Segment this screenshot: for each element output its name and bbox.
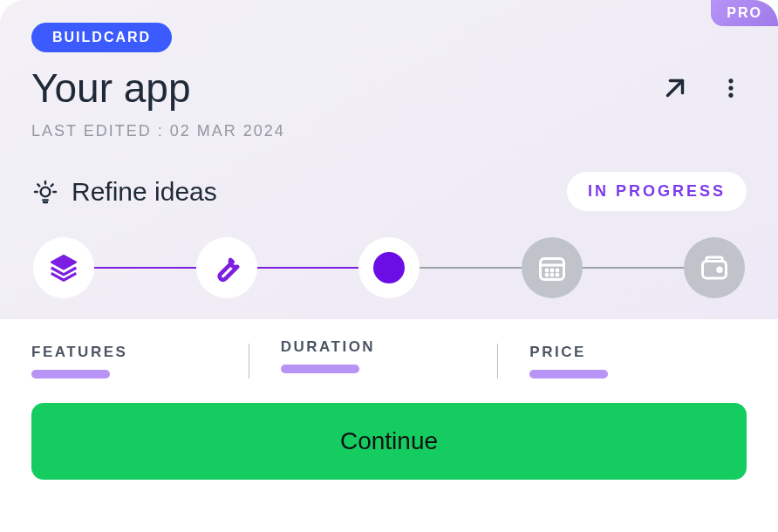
step-payment[interactable] bbox=[684, 237, 745, 298]
svg-point-16 bbox=[551, 269, 553, 271]
svg-point-2 bbox=[728, 85, 733, 90]
metric-label: FEATURES bbox=[31, 344, 249, 361]
svg-point-3 bbox=[728, 93, 733, 98]
svg-line-8 bbox=[38, 184, 39, 186]
svg-point-15 bbox=[546, 269, 548, 271]
svg-point-18 bbox=[546, 274, 548, 276]
metric-label: DURATION bbox=[281, 338, 498, 356]
refine-left: Refine ideas bbox=[31, 177, 217, 207]
wrench-icon bbox=[210, 251, 243, 284]
loading-bar-icon bbox=[281, 365, 359, 373]
card-lower: FEATURES DURATION PRICE Continue bbox=[0, 319, 778, 504]
svg-point-4 bbox=[41, 187, 51, 196]
svg-line-0 bbox=[668, 81, 683, 96]
svg-point-1 bbox=[728, 78, 733, 83]
svg-line-9 bbox=[51, 184, 53, 186]
refine-text: Refine ideas bbox=[72, 177, 217, 207]
metric-label: PRICE bbox=[529, 344, 747, 361]
metrics-row: FEATURES DURATION PRICE bbox=[31, 344, 747, 379]
step-schedule[interactable] bbox=[522, 237, 583, 298]
last-edited: LAST EDITED : 02 MAR 2024 bbox=[31, 122, 747, 140]
stepper-connector bbox=[420, 267, 522, 269]
step-configure[interactable] bbox=[196, 237, 257, 298]
svg-point-22 bbox=[718, 268, 722, 272]
buildcard: PRO BUILDCARD Your app LAST EDITED : 02 … bbox=[0, 0, 778, 532]
step-features[interactable] bbox=[33, 237, 94, 298]
arrow-up-right-icon bbox=[660, 73, 690, 103]
metric-features: FEATURES bbox=[31, 344, 249, 379]
layers-icon bbox=[47, 251, 80, 284]
svg-marker-12 bbox=[51, 256, 77, 269]
stepper bbox=[31, 237, 747, 298]
app-title: Your app bbox=[31, 65, 190, 112]
loading-bar-icon bbox=[529, 370, 608, 379]
title-actions bbox=[659, 72, 747, 104]
metric-duration: DURATION bbox=[249, 344, 498, 379]
stepper-connector bbox=[583, 267, 685, 269]
svg-point-17 bbox=[556, 269, 558, 271]
status-badge: IN PROGRESS bbox=[567, 172, 747, 211]
wallet-icon bbox=[699, 252, 730, 283]
stepper-connector bbox=[94, 267, 196, 269]
more-vertical-icon bbox=[719, 76, 743, 100]
svg-point-20 bbox=[556, 274, 558, 276]
card-upper: PRO BUILDCARD Your app LAST EDITED : 02 … bbox=[0, 0, 778, 319]
calendar-icon bbox=[536, 252, 568, 283]
metric-price: PRICE bbox=[497, 344, 747, 379]
svg-point-19 bbox=[551, 274, 553, 276]
more-menu-button[interactable] bbox=[715, 72, 747, 104]
loading-bar-icon bbox=[31, 370, 110, 379]
stepper-connector bbox=[257, 267, 359, 269]
refine-row: Refine ideas IN PROGRESS bbox=[31, 172, 747, 211]
title-row: Your app bbox=[31, 65, 747, 112]
open-external-button[interactable] bbox=[659, 72, 691, 104]
lightbulb-icon bbox=[31, 178, 59, 206]
current-step-dot-icon bbox=[373, 252, 405, 283]
pro-badge: PRO bbox=[711, 0, 778, 26]
step-current[interactable] bbox=[358, 237, 420, 298]
continue-button[interactable]: Continue bbox=[31, 403, 747, 480]
buildcard-badge: BUILDCARD bbox=[31, 23, 172, 52]
